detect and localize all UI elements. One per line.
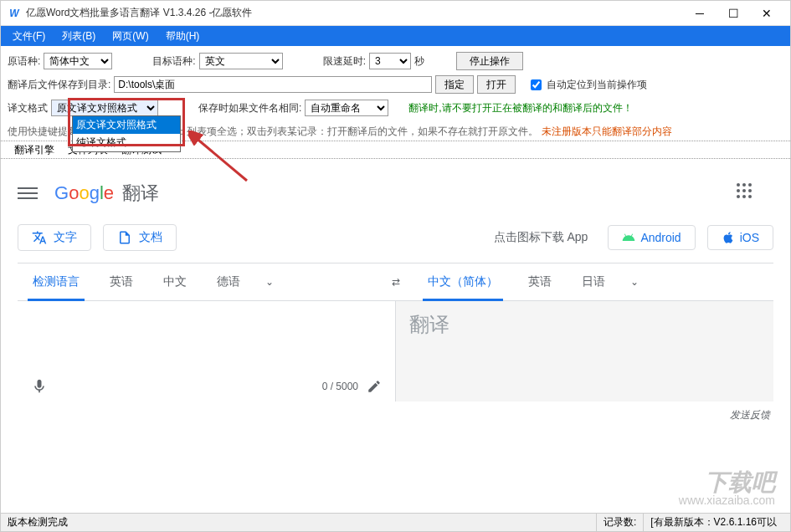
mic-icon[interactable] — [31, 378, 48, 395]
open-button[interactable]: 打开 — [477, 75, 516, 94]
tgt-chevron-down-icon[interactable]: ⌄ — [620, 276, 649, 288]
tab-engine[interactable]: 翻译引擎 — [8, 143, 61, 157]
save-dir-input[interactable] — [114, 76, 432, 93]
minimize-button[interactable]: ─ — [683, 2, 717, 25]
auto-locate-checkbox[interactable] — [531, 79, 542, 90]
hamburger-icon[interactable] — [18, 183, 38, 203]
src-tab-zh[interactable]: 中文 — [148, 263, 202, 301]
dropdown-option-1[interactable]: 纯译文格式 — [73, 134, 180, 151]
gt-lang-bar: 检测语言 英语 中文 德语 ⌄ ⇄ 中文（简体） 英语 日语 ⌄ — [18, 263, 773, 301]
src-tab-de[interactable]: 德语 — [202, 263, 255, 301]
menubar: 文件(F) 列表(B) 网页(W) 帮助(H) — [1, 26, 790, 46]
src-text-pane[interactable]: 0 / 5000 — [18, 301, 395, 402]
src-lang-select[interactable]: 简体中文 — [44, 53, 112, 69]
mode-text-button[interactable]: 文字 — [18, 224, 91, 251]
gt-textareas: 0 / 5000 翻译 — [18, 301, 773, 402]
delay-label: 限速延时: — [323, 54, 366, 69]
tgt-tab-zh[interactable]: 中文（简体） — [413, 263, 513, 301]
statusbar: 版本检测完成 记录数: [有最新版本：V2.6.1.16可以 — [1, 513, 790, 531]
app-icon: W — [8, 7, 21, 20]
translate-warning: 翻译时,请不要打开正在被翻译的和翻译后的文件！ — [408, 101, 632, 115]
menu-list[interactable]: 列表(B) — [54, 28, 104, 44]
tgt-lang-select[interactable]: 英文 — [199, 53, 283, 69]
save-dir-label: 翻译后文件保存到目录: — [8, 78, 110, 92]
apple-icon — [722, 231, 735, 244]
char-count: 0 / 5000 — [48, 381, 358, 392]
unregistered-hint: 未注册版本只能翻译部分内容 — [542, 125, 672, 137]
pencil-icon[interactable] — [367, 379, 382, 394]
src-lang-side: 检测语言 英语 中文 德语 ⌄ — [18, 263, 379, 301]
maximize-button[interactable]: ☐ — [717, 2, 750, 25]
apps-grid-icon[interactable] — [737, 183, 757, 203]
google-translate-panel: Google 翻译 文字 文档 点击图标下载 App Android iOS — [1, 164, 790, 437]
ios-button[interactable]: iOS — [707, 225, 773, 250]
toolbar: 原语种: 简体中文 目标语种: 英文 限速延时: 3 秒 停止操作 翻译后文件保… — [1, 46, 790, 123]
src-chevron-down-icon[interactable]: ⌄ — [255, 276, 284, 288]
toolbar-row-1: 原语种: 简体中文 目标语种: 英文 限速延时: 3 秒 停止操作 — [8, 49, 783, 73]
seconds-label: 秒 — [414, 54, 424, 69]
swap-languages-button[interactable]: ⇄ — [379, 276, 413, 288]
android-icon — [622, 231, 635, 244]
src-tab-en[interactable]: 英语 — [95, 263, 148, 301]
format-label: 译文格式 — [8, 101, 48, 115]
status-version: [有最新版本：V2.6.1.16可以 — [643, 514, 783, 531]
menu-web[interactable]: 网页(W) — [104, 28, 157, 44]
google-logo: Google 翻译 — [54, 181, 159, 206]
menu-file[interactable]: 文件(F) — [4, 28, 54, 44]
save-same-label: 保存时如果文件名相同: — [198, 101, 301, 115]
menu-help[interactable]: 帮助(H) — [157, 28, 208, 44]
tgt-text-pane: 翻译 — [396, 301, 773, 402]
stop-button[interactable]: 停止操作 — [456, 52, 523, 70]
download-hint: 点击图标下载 App — [494, 230, 588, 245]
save-same-select[interactable]: 自动重命名 — [305, 100, 388, 116]
status-left: 版本检测完成 — [8, 515, 68, 529]
format-select[interactable]: 原文译文对照格式 — [51, 100, 158, 116]
status-records: 记录数: — [596, 514, 643, 531]
tgt-tab-en[interactable]: 英语 — [513, 263, 567, 301]
feedback-link[interactable]: 发送反馈 — [18, 402, 773, 429]
watermark: 下载吧 www.xiazaiba.com — [679, 471, 775, 506]
gt-mode-row: 文字 文档 点击图标下载 App Android iOS — [18, 219, 773, 263]
close-button[interactable]: ✕ — [750, 2, 783, 25]
tgt-tab-ja[interactable]: 日语 — [567, 263, 620, 301]
window-title: 亿愿Word文档批量多语言翻译 V1.3.4.26 -亿愿软件 — [26, 6, 683, 20]
gt-header: Google 翻译 — [18, 172, 773, 219]
src-lang-label: 原语种: — [8, 54, 40, 69]
document-icon — [117, 230, 132, 245]
dropdown-option-0[interactable]: 原文译文对照格式 — [73, 116, 180, 134]
format-dropdown: 原文译文对照格式 纯译文格式 — [72, 115, 181, 152]
translate-icon — [32, 230, 47, 245]
assign-button[interactable]: 指定 — [435, 75, 474, 94]
src-tab-detect[interactable]: 检测语言 — [18, 263, 95, 301]
auto-locate-label: 自动定位到当前操作项 — [547, 78, 647, 92]
mode-doc-button[interactable]: 文档 — [103, 224, 177, 251]
toolbar-row-2: 翻译后文件保存到目录: 指定 打开 自动定位到当前操作项 — [8, 73, 783, 96]
android-button[interactable]: Android — [608, 225, 695, 250]
delay-select[interactable]: 3 — [369, 53, 411, 69]
tgt-placeholder: 翻译 — [409, 311, 760, 338]
tgt-lang-side: 中文（简体） 英语 日语 ⌄ — [413, 263, 774, 301]
titlebar: W 亿愿Word文档批量多语言翻译 V1.3.4.26 -亿愿软件 ─ ☐ ✕ — [1, 1, 790, 26]
tgt-lang-label: 目标语种: — [152, 54, 195, 69]
